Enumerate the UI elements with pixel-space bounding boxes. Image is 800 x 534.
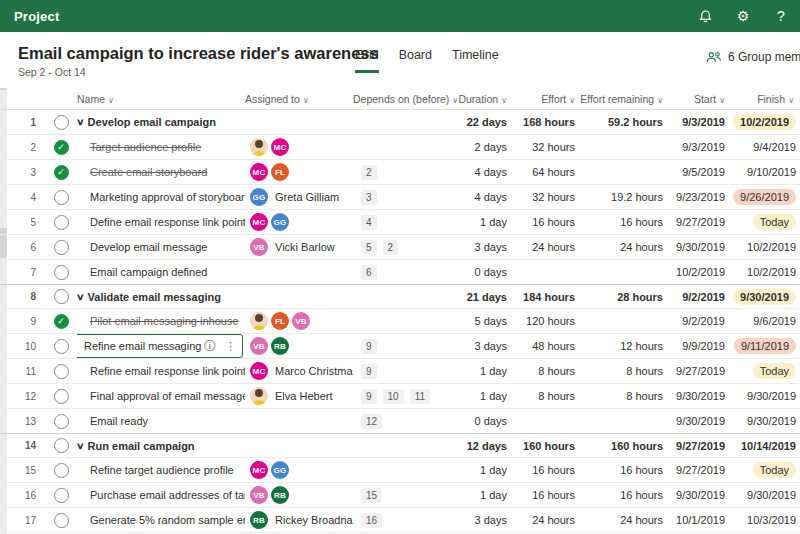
cell-duration[interactable]: 1 day <box>445 216 507 228</box>
tab-board[interactable]: Board <box>399 48 432 73</box>
cell-finish[interactable]: 9/30/2019 <box>725 415 800 427</box>
cell-effort[interactable]: 168 hours <box>507 116 575 128</box>
cell-effort[interactable]: 64 hours <box>507 166 575 178</box>
cell-effort-remaining[interactable]: 8 hours <box>575 390 663 402</box>
cell-name[interactable]: Email ready <box>77 409 245 433</box>
column-header-name[interactable]: Name∨ <box>77 93 245 105</box>
cell-effort[interactable]: 8 hours <box>507 390 575 402</box>
cell-start[interactable]: 9/27/2019 <box>663 365 725 377</box>
cell-assigned-to[interactable]: MCFL <box>245 160 353 184</box>
cell-duration[interactable]: 1 day <box>445 365 507 377</box>
task-complete-toggle[interactable] <box>54 339 69 354</box>
cell-effort-remaining[interactable]: 24 hours <box>575 241 663 253</box>
cell-depends-on[interactable]: 3 <box>353 190 445 205</box>
cell-finish[interactable]: 9/30/2019 <box>725 289 800 305</box>
collapse-chevron-icon[interactable]: ∨ <box>77 117 85 127</box>
cell-finish[interactable]: 10/2/2019 <box>725 114 800 130</box>
cell-finish[interactable]: Today <box>725 214 800 230</box>
cell-effort-remaining[interactable]: 8 hours <box>575 365 663 377</box>
column-header-duration[interactable]: Duration∨ <box>445 93 507 105</box>
task-row[interactable]: 7Email campaign defined60 days10/2/20191… <box>0 260 800 285</box>
cell-depends-on[interactable]: 91011 <box>353 389 445 404</box>
cell-duration[interactable]: 3 days <box>445 241 507 253</box>
task-complete-toggle[interactable] <box>54 463 69 478</box>
task-complete-toggle[interactable] <box>54 190 69 205</box>
cell-name[interactable]: Pilot email messaging inhouse <box>77 309 245 333</box>
cell-effort[interactable]: 16 hours <box>507 464 575 476</box>
cell-effort[interactable]: 32 hours <box>507 191 575 203</box>
task-row[interactable]: 11Refine email response link pointsMCMar… <box>0 359 800 384</box>
task-complete-toggle[interactable] <box>54 215 69 230</box>
cell-effort[interactable]: 16 hours <box>507 216 575 228</box>
cell-assigned-to[interactable]: MCGG <box>245 210 353 234</box>
cell-name[interactable]: ∨Validate email messaging <box>77 285 245 308</box>
cell-start[interactable]: 9/2/2019 <box>663 315 725 327</box>
column-header-depends[interactable]: Depends on (before)∨ <box>353 93 445 105</box>
cell-duration[interactable]: 21 days <box>445 291 507 303</box>
task-row[interactable]: 1∨Develop email campaign22 days168 hours… <box>0 110 800 135</box>
cell-effort-remaining[interactable]: 28 hours <box>575 291 663 303</box>
cell-name[interactable]: Final approval of email message <box>77 384 245 408</box>
cell-duration[interactable]: 2 days <box>445 141 507 153</box>
cell-duration[interactable]: 3 days <box>445 514 507 526</box>
task-complete-toggle[interactable] <box>54 488 69 503</box>
cell-start[interactable]: 9/23/2019 <box>663 191 725 203</box>
cell-name[interactable]: Create email storyboard <box>77 160 245 184</box>
task-row[interactable]: 2✓Target audience profileMC2 days32 hour… <box>0 135 800 160</box>
cell-duration[interactable]: 0 days <box>445 266 507 278</box>
cell-start[interactable]: 9/30/2019 <box>663 489 725 501</box>
cell-start[interactable]: 9/9/2019 <box>663 340 725 352</box>
cell-effort[interactable]: 184 hours <box>507 291 575 303</box>
task-complete-check-icon[interactable]: ✓ <box>54 165 69 180</box>
task-complete-check-icon[interactable]: ✓ <box>54 140 69 155</box>
bell-icon[interactable] <box>686 8 724 25</box>
cell-finish[interactable]: 9/11/2019 <box>725 338 800 354</box>
cell-duration[interactable]: 1 day <box>445 464 507 476</box>
cell-name[interactable]: ∨Run email campaign <box>77 434 245 457</box>
task-row[interactable]: 14∨Run email campaign12 days160 hours160… <box>0 433 800 458</box>
cell-finish[interactable]: 9/30/2019 <box>725 489 800 501</box>
collapse-chevron-icon[interactable]: ∨ <box>77 441 85 451</box>
cell-duration[interactable]: 22 days <box>445 116 507 128</box>
column-header-start[interactable]: Start∨ <box>663 93 725 105</box>
cell-assigned-to[interactable] <box>245 260 353 284</box>
task-row[interactable]: 13Email ready120 days9/30/20199/30/2019 <box>0 409 800 434</box>
cell-depends-on[interactable]: 9 <box>353 339 445 354</box>
cell-effort[interactable]: 24 hours <box>507 514 575 526</box>
cell-assigned-to[interactable]: VBVicki Barlow <box>245 235 353 259</box>
column-header-effort[interactable]: Effort∨ <box>507 93 575 105</box>
cell-name[interactable]: Refine email messagingⓘ⋮ <box>77 334 245 358</box>
task-complete-toggle[interactable] <box>54 438 69 453</box>
gear-icon[interactable]: ⚙ <box>724 8 762 24</box>
cell-effort-remaining[interactable]: 24 hours <box>575 514 663 526</box>
cell-effort[interactable]: 8 hours <box>507 365 575 377</box>
task-complete-toggle[interactable] <box>54 389 69 404</box>
cell-finish[interactable]: 10/14/2019 <box>725 440 800 452</box>
cell-start[interactable]: 10/1/2019 <box>663 514 725 526</box>
cell-assigned-to[interactable]: MCMarco Christmas <box>245 359 353 383</box>
column-header-erem[interactable]: Effort remaining∨ <box>575 93 663 105</box>
cell-name[interactable]: Develop email message <box>77 235 245 259</box>
cell-finish[interactable]: 9/10/2019 <box>725 166 800 178</box>
cell-start[interactable]: 9/27/2019 <box>663 216 725 228</box>
cell-effort[interactable]: 160 hours <box>507 440 575 452</box>
cell-effort[interactable]: 120 hours <box>507 315 575 327</box>
cell-assigned-to[interactable]: VBRB <box>245 334 353 358</box>
cell-duration[interactable]: 12 days <box>445 440 507 452</box>
collapse-chevron-icon[interactable]: ∨ <box>77 292 85 302</box>
more-options-icon[interactable]: ⋮ <box>225 340 236 353</box>
cell-duration[interactable]: 4 days <box>445 191 507 203</box>
cell-depends-on[interactable]: 52 <box>353 240 445 255</box>
cell-assigned-to[interactable]: Elva Hebert <box>245 384 353 408</box>
cell-effort-remaining[interactable]: 160 hours <box>575 440 663 452</box>
cell-name[interactable]: Email campaign defined <box>77 260 245 284</box>
cell-effort-remaining[interactable]: 19.2 hours <box>575 191 663 203</box>
cell-start[interactable]: 9/5/2019 <box>663 166 725 178</box>
cell-finish[interactable]: 9/6/2019 <box>725 315 800 327</box>
cell-depends-on[interactable]: 16 <box>353 513 445 528</box>
cell-finish[interactable]: 9/26/2019 <box>725 189 800 205</box>
cell-effort-remaining[interactable]: 12 hours <box>575 340 663 352</box>
task-row[interactable]: 16Purchase email addresses of targe...VB… <box>0 483 800 508</box>
cell-depends-on[interactable]: 9 <box>353 364 445 379</box>
cell-assigned-to[interactable] <box>245 285 353 308</box>
